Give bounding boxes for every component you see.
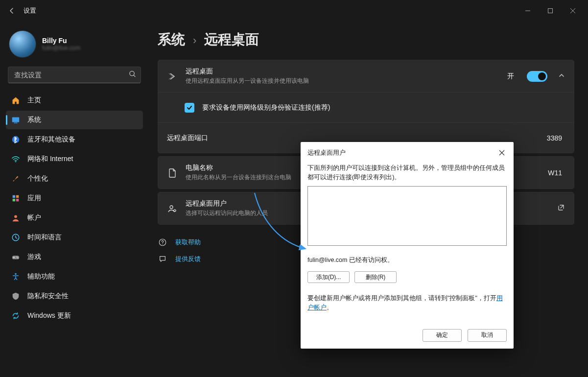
nav: 主页 系统 蓝牙和其他设备 网络和 Internet 个性化 应用 (6, 91, 143, 325)
dialog-title: 远程桌面用户 (307, 148, 346, 157)
update-icon (11, 311, 21, 321)
sidebar-item-accessibility[interactable]: 辅助功能 (6, 267, 143, 286)
sidebar-item-time[interactable]: 时间和语言 (6, 228, 143, 247)
row-nla[interactable]: 要求设备使用网络级别身份验证连接(推荐) (158, 92, 574, 122)
sidebar-item-accounts[interactable]: 帐户 (6, 209, 143, 227)
person-icon (11, 213, 21, 223)
svg-point-10 (14, 215, 17, 218)
sidebar-item-bluetooth[interactable]: 蓝牙和其他设备 (6, 130, 143, 149)
nav-label: Windows 更新 (27, 311, 71, 320)
sidebar-item-apps[interactable]: 应用 (6, 189, 143, 208)
feedback-icon (158, 254, 167, 264)
help-link[interactable]: 获取帮助 (175, 238, 201, 247)
sidebar-item-home[interactable]: 主页 (6, 91, 143, 110)
breadcrumb-root[interactable]: 系统 (158, 30, 185, 49)
profile-block[interactable]: Billy Fu fulin@live.com (6, 26, 143, 65)
nav-label: 个性化 (27, 174, 48, 183)
dialog-cancel-button[interactable]: 取消 (468, 329, 507, 342)
profile-email: fulin@live.com (42, 45, 80, 51)
dialog-remote-users: 远程桌面用户 下面所列的用户可以连接到这台计算机。另外，管理员组中的任何成员都可… (301, 142, 514, 349)
sidebar: Billy Fu fulin@live.com 主页 系统 蓝牙和其他设备 (0, 22, 147, 377)
port-label: 远程桌面端口 (167, 134, 539, 142)
help-icon (158, 237, 167, 247)
nav-label: 网络和 Internet (27, 155, 73, 164)
breadcrumb-leaf: 远程桌面 (204, 30, 259, 49)
gamepad-icon (11, 252, 21, 262)
search-input[interactable] (8, 67, 141, 83)
svg-rect-9 (16, 199, 19, 201)
dialog-description: 下面所列的用户可以连接到这台计算机。另外，管理员组中的任何成员都可以进行连接(即… (307, 164, 507, 182)
wifi-icon (11, 154, 21, 164)
close-button[interactable] (562, 3, 584, 19)
port-value: 3389 (547, 134, 562, 142)
back-button[interactable] (4, 3, 20, 19)
svg-point-17 (174, 210, 176, 212)
svg-rect-6 (13, 195, 15, 198)
nav-label: 主页 (27, 96, 41, 105)
sidebar-item-personalize[interactable]: 个性化 (6, 169, 143, 188)
breadcrumb: 系统 › 远程桌面 (158, 30, 574, 49)
sidebar-item-update[interactable]: Windows 更新 (6, 306, 143, 325)
users-icon (167, 203, 178, 214)
svg-rect-7 (16, 195, 19, 198)
search-box[interactable] (8, 67, 141, 83)
file-icon (167, 167, 178, 178)
chevron-up-icon[interactable] (558, 72, 565, 81)
home-icon (11, 95, 21, 105)
system-icon (11, 115, 21, 125)
apps-icon (11, 193, 21, 203)
svg-point-5 (15, 161, 16, 162)
breadcrumb-separator: › (193, 34, 196, 47)
bluetooth-icon (11, 135, 21, 144)
minimize-button[interactable] (517, 3, 539, 19)
nla-checkbox[interactable] (185, 103, 194, 113)
hint-prefix: 要创建新用户帐户或将用户添加到其他组，请转到"控制面板"，打开 (307, 295, 496, 302)
dialog-hint: 要创建新用户帐户或将用户添加到其他组，请转到"控制面板"，打开用户帐户。 (307, 294, 507, 312)
svg-point-1 (130, 71, 134, 75)
sidebar-item-system[interactable]: 系统 (6, 111, 143, 129)
svg-rect-0 (548, 9, 553, 13)
nav-label: 应用 (27, 194, 41, 203)
card-remote-desktop: 远程桌面 使用远程桌面应用从另一设备连接并使用该电脑 开 要求设备使用网络级别身… (158, 60, 574, 153)
svg-point-14 (18, 258, 19, 259)
dialog-close-button[interactable] (496, 147, 508, 159)
dialog-add-button[interactable]: 添加(D)... (307, 271, 350, 283)
nav-label: 游戏 (27, 253, 41, 261)
shield-icon (11, 291, 21, 301)
sidebar-item-gaming[interactable]: 游戏 (6, 248, 143, 266)
avatar (9, 30, 36, 58)
search-icon (129, 71, 136, 80)
nav-label: 隐私和安全性 (27, 292, 69, 301)
svg-point-16 (170, 206, 173, 209)
nav-label: 帐户 (27, 213, 41, 222)
titlebar: 设置 (0, 0, 588, 22)
profile-name: Billy Fu (42, 37, 80, 45)
feedback-link[interactable]: 提供反馈 (175, 255, 201, 263)
nav-label: 蓝牙和其他设备 (27, 135, 75, 144)
dialog-ok-button[interactable]: 确定 (423, 329, 462, 342)
sidebar-item-privacy[interactable]: 隐私和安全性 (6, 287, 143, 306)
dialog-remove-button[interactable]: 删除(R) (354, 271, 397, 283)
nla-label: 要求设备使用网络级别身份验证连接(推荐) (202, 103, 565, 112)
hint-suffix: 。 (327, 304, 333, 311)
svg-point-13 (17, 257, 18, 258)
svg-rect-3 (14, 122, 17, 123)
row-subtitle: 使用远程桌面应用从另一设备连接并使用该电脑 (186, 77, 499, 85)
external-icon (557, 204, 565, 213)
toggle-label: 开 (507, 72, 514, 81)
row-remote-toggle[interactable]: 远程桌面 使用远程桌面应用从另一设备连接并使用该电脑 开 (158, 60, 574, 92)
remote-toggle[interactable] (527, 71, 547, 82)
window-title: 设置 (24, 6, 36, 15)
svg-rect-2 (12, 118, 19, 122)
brush-icon (11, 174, 21, 184)
accessibility-icon (11, 272, 21, 282)
maximize-button[interactable] (539, 3, 562, 19)
svg-rect-8 (13, 199, 15, 201)
nav-label: 时间和语言 (27, 233, 62, 242)
sidebar-item-network[interactable]: 网络和 Internet (6, 150, 143, 168)
svg-point-19 (162, 244, 163, 244)
dialog-user-listbox[interactable] (307, 186, 507, 246)
clock-icon (11, 233, 21, 242)
nav-label: 辅助功能 (27, 272, 55, 281)
row-title: 远程桌面 (186, 67, 499, 76)
